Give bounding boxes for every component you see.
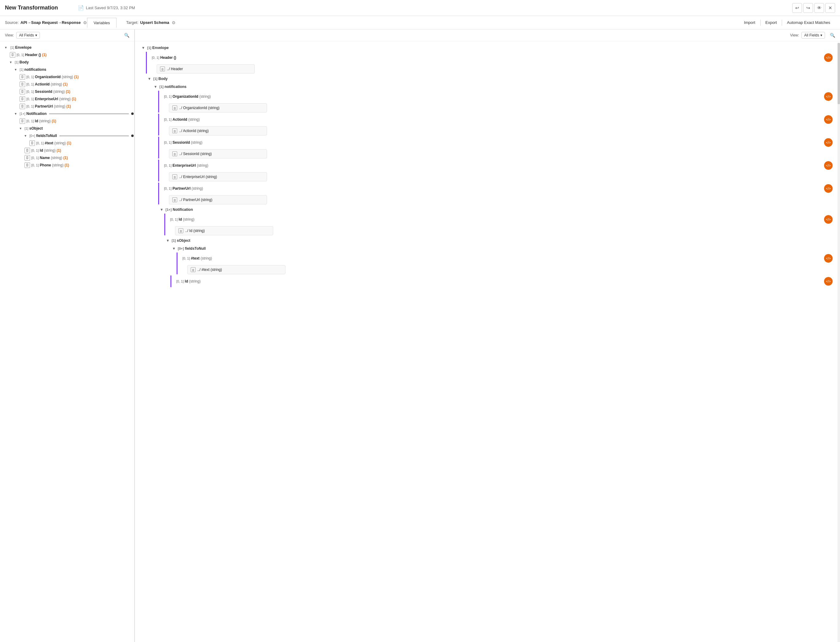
mapped-field: [] ../ Id (string) bbox=[175, 226, 273, 235]
field-type-icon: [] bbox=[191, 267, 196, 272]
org-id-row: [0, 1] OrganizationId (string) </> bbox=[162, 91, 835, 102]
field-type-icon: [] bbox=[19, 89, 25, 94]
list-item: [] [0, 1] OrganizationId (string) (1) bbox=[0, 73, 134, 81]
chevron-down-icon[interactable]: ▾ bbox=[148, 76, 153, 81]
right-view-select[interactable]: All Fields bbox=[801, 32, 825, 39]
list-item: [0, 1] EnterpriseUrl (string) </> [] ../… bbox=[158, 160, 835, 182]
field-type-icon: [] bbox=[172, 128, 177, 133]
action-buttons: Import Export Automap Exact Matches bbox=[739, 18, 835, 27]
chevron-down-icon[interactable]: ▾ bbox=[24, 133, 29, 138]
notifications-header: ▾ [1] notifications bbox=[152, 83, 835, 91]
body-content: ▾ [1] notifications [0, 1] OrganizationI… bbox=[146, 83, 835, 287]
list-item: ▾ [1+] Notification bbox=[0, 110, 134, 117]
field-type-icon: [] bbox=[19, 118, 25, 124]
chevron-down-icon[interactable]: ▾ bbox=[19, 126, 24, 131]
right-view-bar: View: All Fields 🔍 bbox=[135, 29, 840, 41]
list-item: ▾ [0+] fieldsToNull bbox=[0, 132, 134, 139]
list-item: [0, 1] ActionId (string) </> [] ../ Acti… bbox=[158, 114, 835, 135]
target-label: Target: bbox=[126, 20, 138, 25]
right-tree: ▾ [1] Envelope [0, 1] Header () </> [] bbox=[135, 41, 840, 291]
list-item: [] [0, 1] PartnerUrl (string) (1) bbox=[0, 103, 134, 110]
left-tree: ▾ [1] Envelope [] [0, 1] Header () (1) ▾… bbox=[0, 41, 134, 171]
title-input[interactable] bbox=[5, 5, 72, 11]
top-bar: 📄 Last Saved 9/7/23, 3:32 PM ↩ ↪ 👁 ✕ bbox=[0, 0, 840, 16]
chevron-down-icon[interactable]: ▾ bbox=[142, 45, 147, 50]
field-type-icon: [] bbox=[172, 174, 177, 179]
fields-to-null-header: ▾ [0+] fieldsToNull bbox=[171, 245, 835, 253]
field-type-icon: [] bbox=[24, 148, 30, 153]
close-button[interactable]: ✕ bbox=[825, 3, 835, 13]
action-id-row: [0, 1] ActionId (string) </> bbox=[162, 114, 835, 125]
chevron-down-icon[interactable]: ▾ bbox=[161, 208, 166, 212]
scrollbar-track bbox=[838, 43, 840, 642]
list-item: [] [0, 1] Id (string) (1) bbox=[0, 117, 134, 125]
list-item: [0, 1] Id (string) </> bbox=[171, 276, 835, 287]
source-target-bar: Source: API→Soap Request→Response ⚙ Vari… bbox=[0, 16, 840, 29]
chevron-down-icon[interactable]: ▾ bbox=[5, 45, 10, 50]
target-settings-icon[interactable]: ⚙ bbox=[172, 20, 175, 25]
field-type-icon: [] bbox=[10, 52, 15, 58]
list-item: ▾ [1] Envelope bbox=[0, 44, 134, 51]
mapped-field: [] ../ ActionId (string) bbox=[169, 126, 267, 135]
preview-button[interactable]: 👁 bbox=[814, 3, 824, 13]
code-button[interactable]: </> bbox=[824, 215, 833, 224]
field-type-icon: [] bbox=[172, 197, 177, 202]
list-item: ▾ [1] notifications bbox=[0, 66, 134, 73]
undo-button[interactable]: ↩ bbox=[792, 3, 802, 13]
mapped-field: [] ../ Header bbox=[157, 64, 255, 73]
notification-header: ▾ [1+] Notification bbox=[158, 206, 835, 214]
redo-button[interactable]: ↪ bbox=[803, 3, 813, 13]
scrollbar-thumb[interactable] bbox=[838, 43, 840, 104]
chevron-down-icon[interactable]: ▾ bbox=[15, 111, 19, 117]
chevron-down-icon[interactable]: ▾ bbox=[173, 246, 178, 251]
code-button[interactable]: </> bbox=[824, 92, 833, 101]
mapped-field: [] ../ OrganizationId (string) bbox=[169, 103, 267, 112]
target-path: Upsert Schema bbox=[140, 20, 169, 25]
left-view-select[interactable]: All Fields bbox=[16, 32, 40, 39]
field-type-icon: [] bbox=[29, 140, 35, 146]
code-button[interactable]: </> bbox=[824, 161, 833, 170]
list-item: [] [0, 1] ActionId (string) (1) bbox=[0, 81, 134, 88]
list-item: [] [0, 1] Header () (1) bbox=[0, 51, 134, 58]
code-button[interactable]: </> bbox=[824, 138, 833, 147]
list-item: [0, 1] Id (string) </> [] ../ Id (string… bbox=[164, 214, 835, 235]
hash-text-row: [0, 1] #text (string) </> bbox=[180, 253, 835, 264]
chevron-down-icon[interactable]: ▾ bbox=[154, 84, 159, 89]
variables-tab[interactable]: Variables bbox=[87, 18, 116, 28]
right-view-label: View: bbox=[790, 33, 799, 37]
list-item: [] [0, 1] EnterpriseUrl (string) (1) bbox=[0, 95, 134, 103]
code-button[interactable]: </> bbox=[824, 184, 833, 193]
mapped-field: [] ../ PartnerUrl (string) bbox=[169, 195, 267, 204]
notification-content: [0, 1] Id (string) </> [] ../ Id (string… bbox=[158, 214, 835, 287]
code-button[interactable]: </> bbox=[824, 277, 833, 285]
list-item: [] [0, 1] SessionId (string) (1) bbox=[0, 88, 134, 95]
save-info: 📄 Last Saved 9/7/23, 3:32 PM bbox=[78, 5, 135, 11]
code-button[interactable]: </> bbox=[824, 115, 833, 124]
mapped-field: [] ../ SessionId (string) bbox=[169, 149, 267, 159]
code-button[interactable]: </> bbox=[824, 254, 833, 263]
field-type-icon: [] bbox=[19, 81, 25, 87]
right-search-button[interactable]: 🔍 bbox=[830, 33, 835, 38]
chevron-down-icon[interactable]: ▾ bbox=[15, 67, 19, 72]
source-label: Source: bbox=[5, 20, 19, 25]
list-item: [] [0, 1] #text (string) (1) bbox=[0, 139, 134, 147]
list-item: [0, 1] #text (string) </> [] ../ bbox=[177, 253, 835, 274]
source-path: API→Soap Request→Response bbox=[21, 20, 81, 25]
source-settings-icon[interactable]: ⚙ bbox=[83, 20, 87, 25]
session-id-row: [0, 1] SessionId (string) </> bbox=[162, 137, 835, 148]
list-item: ▾ [1] sObject bbox=[0, 125, 134, 132]
fields-to-null-content: [0, 1] #text (string) </> [] ../ bbox=[171, 253, 835, 274]
field-type-icon: [] bbox=[19, 96, 25, 102]
list-item: [0, 1] SessionId (string) </> [] ../ Ses… bbox=[158, 137, 835, 159]
list-item: [0, 1] OrganizationId (string) </> [] ..… bbox=[158, 91, 835, 112]
export-button[interactable]: Export bbox=[760, 18, 782, 27]
partner-url-row: [0, 1] PartnerUrl (string) </> bbox=[162, 183, 835, 194]
chevron-down-icon[interactable]: ▾ bbox=[10, 60, 15, 65]
automap-button[interactable]: Automap Exact Matches bbox=[782, 18, 835, 27]
left-search-button[interactable]: 🔍 bbox=[124, 33, 129, 38]
chevron-down-icon[interactable]: ▾ bbox=[167, 238, 172, 243]
field-type-icon: [] bbox=[24, 162, 30, 168]
field-type-icon: [] bbox=[172, 151, 177, 156]
import-button[interactable]: Import bbox=[739, 18, 760, 27]
code-button[interactable]: </> bbox=[824, 54, 833, 62]
